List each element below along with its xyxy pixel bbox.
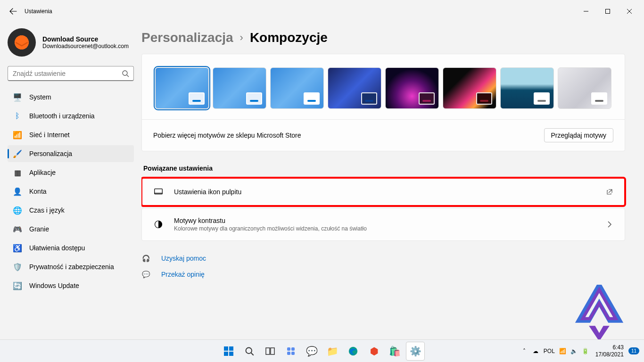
- help-link[interactable]: Uzyskaj pomoc: [161, 255, 206, 262]
- gear-icon: ⚙️: [410, 346, 421, 357]
- window-title: Ustawienia: [25, 8, 52, 15]
- window-controls: [575, 4, 640, 19]
- theme-thumbnail[interactable]: [328, 67, 381, 109]
- nav-label: Windows Update: [29, 282, 79, 289]
- section-related-title: Powiązane ustawienia: [143, 165, 625, 172]
- onedrive-icon[interactable]: ☁: [530, 346, 541, 356]
- svg-rect-9: [266, 348, 270, 354]
- svg-point-8: [246, 347, 252, 354]
- svg-rect-0: [606, 9, 610, 14]
- nav-label: Granie: [29, 225, 49, 233]
- theme-thumbnail[interactable]: [443, 67, 496, 109]
- theme-thumbnail[interactable]: [500, 67, 554, 109]
- widgets-button[interactable]: [281, 342, 300, 361]
- svg-rect-11: [287, 347, 290, 351]
- themes-grid: [155, 67, 611, 109]
- theme-thumbnail[interactable]: [558, 67, 611, 109]
- nav-label: Prywatność i zabezpieczenia: [29, 263, 114, 271]
- clock-globe-icon: 🌐: [13, 206, 22, 214]
- task-view-button[interactable]: [261, 342, 280, 361]
- office-icon: ⬢: [370, 346, 378, 357]
- nav-timelang[interactable]: 🌐Czas i język: [8, 202, 134, 219]
- tray-chevron-icon[interactable]: ˄: [519, 346, 529, 356]
- theme-thumbnail[interactable]: [385, 67, 439, 109]
- shield-icon: 🛡️: [13, 263, 22, 271]
- language-indicator[interactable]: POL: [542, 348, 557, 354]
- office-button[interactable]: ⬢: [364, 342, 383, 361]
- store-text: Pobierz więcej motywów ze sklepu Microso…: [153, 132, 301, 139]
- explorer-button[interactable]: 📁: [323, 342, 342, 361]
- contrast-row-card: Motywy kontrastu Kolorowe motywy dla ogr…: [141, 208, 625, 241]
- task-view-icon: [265, 346, 275, 356]
- close-icon: [627, 9, 632, 14]
- nav-network[interactable]: 📶Sieć i Internet: [8, 126, 134, 143]
- browse-themes-button[interactable]: Przeglądaj motywy: [544, 128, 614, 142]
- nav-list: 🖥️System ᛒBluetooth i urządzenia 📶Sieć i…: [8, 89, 134, 294]
- nav-privacy[interactable]: 🛡️Prywatność i zabezpieczenia: [8, 258, 134, 275]
- theme-thumbnail[interactable]: [270, 67, 324, 109]
- feedback-link-row: 💬 Przekaż opinię: [141, 266, 625, 282]
- person-icon: 👤: [13, 187, 22, 196]
- setting-title: Motywy kontrastu: [174, 217, 595, 224]
- nav-personalization[interactable]: 🖌️Personalizacja: [8, 145, 134, 162]
- nav-gaming[interactable]: 🎮Granie: [8, 221, 134, 238]
- volume-tray-icon[interactable]: 🔈: [569, 346, 579, 356]
- nav-label: Bluetooth i urządzenia: [29, 112, 95, 120]
- svg-rect-13: [287, 352, 290, 355]
- theme-accent-preview: [304, 92, 320, 105]
- chat-icon: 💬: [306, 346, 318, 357]
- back-button[interactable]: [4, 2, 23, 21]
- search-icon: [122, 70, 129, 77]
- user-block[interactable]: Download Source Downloadsourcenet@outloo…: [8, 26, 141, 66]
- theme-thumbnail[interactable]: [213, 67, 266, 109]
- start-button[interactable]: [219, 342, 238, 361]
- nav-label: System: [29, 93, 51, 101]
- nav-label: Sieć i Internet: [29, 131, 70, 139]
- system-tray: ˄ ☁ POL 📶 🔈 🔋 6:43 17/08/2021 11: [519, 344, 644, 358]
- maximize-button[interactable]: [597, 4, 619, 19]
- nav-label: Ułatwienia dostępu: [29, 244, 85, 252]
- nav-system[interactable]: 🖥️System: [8, 89, 134, 106]
- windows-icon: [223, 346, 234, 356]
- widgets-icon: [286, 346, 296, 356]
- theme-thumbnail[interactable]: [155, 67, 209, 109]
- close-button[interactable]: [619, 4, 640, 19]
- clock-time: 6:43: [595, 344, 624, 351]
- svg-rect-5: [229, 346, 233, 351]
- svg-rect-4: [224, 346, 228, 351]
- minimize-icon: [584, 9, 588, 14]
- wifi-icon: 📶: [13, 131, 22, 139]
- help-links: 🎧 Uzyskaj pomoc 💬 Przekaż opinię: [141, 250, 625, 282]
- svg-rect-6: [224, 352, 228, 356]
- contrast-themes-row[interactable]: Motywy kontrastu Kolorowe motywy dla ogr…: [142, 208, 625, 240]
- battery-tray-icon[interactable]: 🔋: [580, 346, 591, 356]
- minimize-button[interactable]: [575, 4, 597, 19]
- bluetooth-icon: ᛒ: [13, 112, 22, 120]
- store-button[interactable]: 🛍️: [385, 342, 404, 361]
- nav-label: Konta: [29, 188, 47, 195]
- open-external-icon: [606, 188, 613, 196]
- title-bar: Ustawienia: [0, 0, 644, 23]
- settings-button[interactable]: ⚙️: [406, 342, 425, 361]
- breadcrumb-parent[interactable]: Personalizacja: [141, 30, 233, 45]
- nav-apps[interactable]: ▦Aplikacje: [8, 164, 134, 181]
- edge-button[interactable]: [344, 342, 363, 361]
- themes-card: Pobierz więcej motywów ze sklepu Microso…: [141, 54, 625, 151]
- clock[interactable]: 6:43 17/08/2021: [592, 344, 627, 358]
- nav-bluetooth[interactable]: ᛒBluetooth i urządzenia: [8, 107, 134, 124]
- nav-update[interactable]: 🔄Windows Update: [8, 277, 134, 294]
- taskbar: 💬 📁 ⬢ 🛍️ ⚙️ ˄ ☁ POL 📶 🔈 🔋 6:43 17/08/202…: [0, 339, 644, 362]
- chat-button[interactable]: 💬: [302, 342, 321, 361]
- breadcrumb: Personalizacja › Kompozycje: [141, 30, 625, 45]
- svg-rect-12: [291, 347, 295, 351]
- nav-accessibility[interactable]: ♿Ułatwienia dostępu: [8, 239, 134, 256]
- wifi-tray-icon[interactable]: 📶: [558, 346, 568, 356]
- search-input[interactable]: [8, 66, 134, 81]
- nav-accounts[interactable]: 👤Konta: [8, 183, 134, 200]
- desktop-icons-row-card: Ustawienia ikon pulpitu: [141, 178, 625, 206]
- search-button[interactable]: [240, 342, 259, 361]
- notification-badge[interactable]: 11: [628, 347, 639, 354]
- feedback-link[interactable]: Przekaż opinię: [161, 271, 205, 278]
- desktop-icons-row[interactable]: Ustawienia ikon pulpitu: [142, 178, 625, 206]
- user-email: Downloadsourcenet@outlook.com: [42, 43, 129, 49]
